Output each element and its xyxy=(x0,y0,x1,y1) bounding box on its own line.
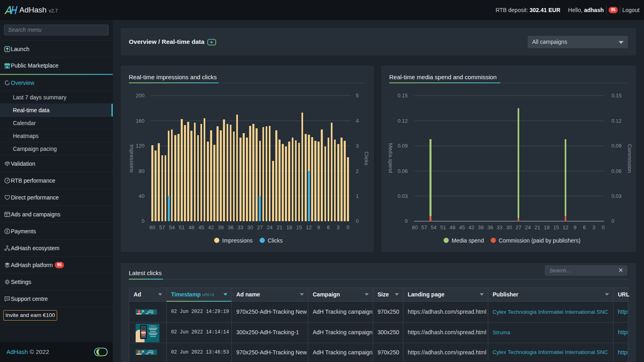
svg-text:✦ AdHash: ✦ AdHash xyxy=(148,350,153,352)
svg-text:$: $ xyxy=(6,229,8,233)
svg-text:✦ AdHash: ✦ AdHash xyxy=(148,310,153,311)
svg-text:LOGIN: LOGIN xyxy=(142,332,145,334)
svg-text:✦ AdHash: ✦ AdHash xyxy=(149,325,156,327)
